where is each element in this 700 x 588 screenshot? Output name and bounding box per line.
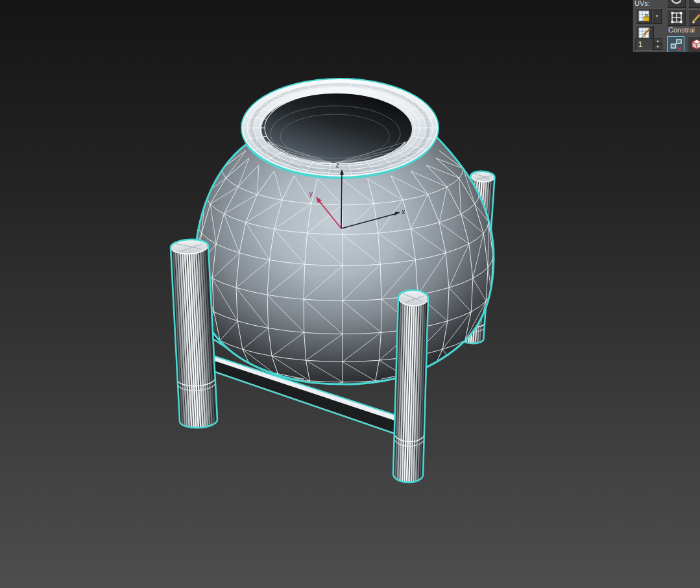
uv-spinner-input[interactable]: 1 [635, 38, 653, 51]
rotate-circle-icon [670, 0, 684, 6]
leg-front-right [393, 289, 429, 482]
axis-y-label: y [309, 190, 313, 197]
red-cube-icon [690, 38, 700, 52]
edge-constraint-icon: ✕ [669, 38, 683, 52]
cut-tool-icon [691, 10, 700, 25]
viewport-3d[interactable]: z x y UVs: ▾ 1 [0, 0, 700, 588]
uv-grid-lock-icon [638, 10, 651, 23]
model-cauldron[interactable]: z x y [170, 79, 495, 483]
axis-z-label: z [336, 161, 340, 169]
pot-rim [242, 79, 439, 177]
red-x-glyph: ✕ [676, 45, 681, 52]
polygon-constraint-button[interactable] [688, 36, 700, 53]
scene-canvas[interactable]: z x y [0, 0, 700, 588]
edge-constraint-button[interactable]: ✕ [667, 36, 684, 53]
lattice-tool-button[interactable] [667, 9, 686, 26]
relax-tool-button[interactable] [688, 0, 700, 8]
cut-tool-button[interactable] [688, 9, 700, 26]
uv-lock-button[interactable] [636, 8, 652, 24]
uv-spinner-stepper: ▲ ▼ [653, 38, 662, 51]
lattice-grid-icon [670, 10, 684, 25]
ribbon-panel-uvs: UVs: ▾ 1 ▲ ▼ [633, 0, 700, 54]
spinner-up-icon[interactable]: ▲ [653, 38, 662, 44]
uv-lock-dropdown-button[interactable]: ▾ [652, 8, 662, 24]
rotate-tool-button[interactable] [667, 0, 686, 8]
dropdown-arrow-icon: ▾ [656, 14, 658, 19]
teapot-icon [691, 0, 700, 6]
uvs-label: UVs: [634, 0, 650, 7]
axis-z-line[interactable] [341, 171, 342, 228]
spinner-down-icon[interactable]: ▼ [653, 44, 662, 50]
axis-x-label: x [402, 208, 405, 215]
constraints-label: Constrai [668, 26, 695, 34]
